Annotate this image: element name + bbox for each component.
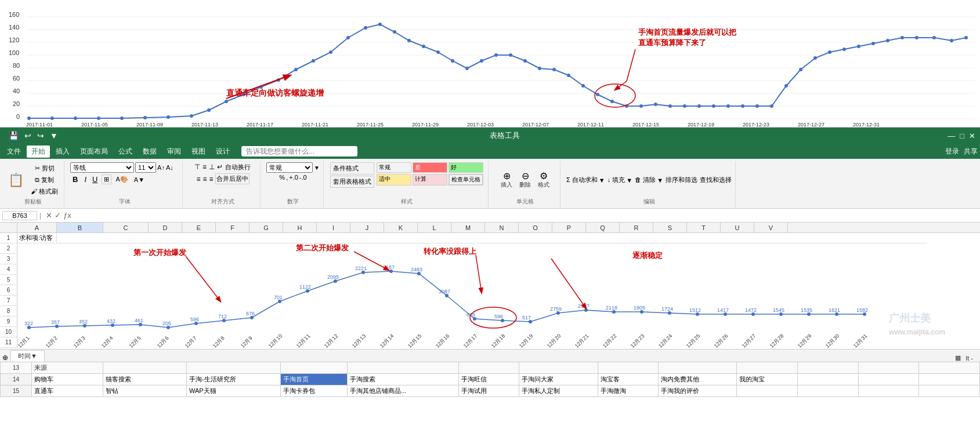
menu-formulas[interactable]: 公式 [114,145,137,158]
col-s[interactable]: S [653,223,687,232]
menu-review[interactable]: 审阅 [162,145,186,158]
border-btn[interactable]: ⊞ [102,174,111,184]
wrap-text-btn[interactable]: 自动换行 [225,162,251,172]
cell-14-2[interactable]: 猫客搜索 [103,374,186,385]
cell-15-4[interactable]: 手淘卡券包 [280,385,347,397]
cell-14-6[interactable]: 手淘旺信 [458,374,519,385]
style-calc[interactable]: 计算 [413,174,447,185]
cell-source-label[interactable]: 来源 [32,362,103,374]
insert-function-icon[interactable]: ƒx [63,211,71,220]
filter-icon[interactable]: ▦ [955,354,961,362]
col-p[interactable]: P [552,223,586,232]
col-m[interactable]: M [451,223,485,232]
insert-btn[interactable]: ⊕ 插入 [498,170,515,190]
cancel-formula-icon[interactable]: ✕ [46,211,52,220]
align-middle-btn[interactable]: ≡ [202,162,207,172]
restore-btn[interactable]: □ [960,132,964,140]
col-a[interactable]: A [17,223,57,232]
format-btn[interactable]: ⚙ 格式 [536,170,552,190]
font-color-btn[interactable]: A▼ [132,176,146,184]
cell-15-7[interactable]: 手淘私人定制 [519,385,598,397]
save-icon[interactable]: 💾 [7,130,20,141]
tell-me-input[interactable] [241,146,357,157]
close-btn[interactable]: ✕ [969,132,975,140]
menu-insert[interactable]: 插入 [51,145,74,158]
cell-14-4[interactable]: 手淘首页 [280,374,347,385]
delete-btn[interactable]: ⊖ 删除 [517,170,533,190]
fill-btn[interactable]: ↓ 填充▼ [607,176,632,184]
align-top-btn[interactable]: ⊤ [194,162,201,172]
cell-14-8[interactable]: 淘宝客 [598,374,659,385]
merge-center-btn[interactable]: 合并后居中 [215,173,249,184]
col-u[interactable]: U [721,223,754,232]
percent-btn[interactable]: % [279,174,285,181]
confirm-formula-icon[interactable]: ✓ [55,211,61,220]
menu-file[interactable]: 文件 [2,145,26,158]
cell-14-7[interactable]: 手淘问大家 [519,374,598,385]
col-h[interactable]: H [283,223,317,232]
decrease-decimal-btn[interactable]: -.0 [299,174,307,181]
col-c[interactable]: C [103,223,149,232]
login-btn[interactable]: 登录 [945,147,959,157]
style-neutral[interactable]: 适中 [377,174,411,185]
number-format-dropdown-icon[interactable]: ▼ [314,165,320,171]
font-decrease-btn[interactable]: A↓ [166,164,173,171]
col-n[interactable]: N [485,223,519,232]
col-j[interactable]: J [350,223,384,232]
col-v[interactable]: V [754,223,788,232]
comma-btn[interactable]: , [286,174,288,181]
format-as-table-btn[interactable]: 套用表格格式 [330,176,374,188]
align-center-btn[interactable]: ≡ [202,174,208,184]
align-left-btn[interactable]: ≡ [196,174,201,184]
cell-14-9[interactable]: 淘内免费其他 [659,374,737,385]
share-btn[interactable]: 共享 [964,147,978,157]
col-q[interactable]: Q [586,223,620,232]
col-f[interactable]: F [216,223,249,232]
cell-reference-input[interactable] [2,211,37,220]
add-sheet-btn[interactable]: ⊕ [2,354,8,362]
style-check-cell[interactable]: 检查单元格 [449,174,483,185]
format-painter-btn[interactable]: 🖌 格式刷 [28,186,60,197]
underline-btn[interactable]: U [91,174,99,184]
cell-15-2[interactable]: 智钻 [103,385,186,397]
menu-data[interactable]: 数据 [138,145,161,158]
cell-14-3[interactable]: 手淘-生活研究所 [187,374,281,385]
menu-view[interactable]: 视图 [187,145,210,158]
cell-14-1[interactable]: 购物车 [32,374,103,385]
undo-icon[interactable]: ↩ [23,130,33,141]
cell-15-8[interactable]: 手淘微淘 [598,385,659,397]
style-bad[interactable]: 差 [413,162,447,173]
cell-15-5[interactable]: 手淘其他店铺商品... [348,385,459,397]
cell-a1[interactable]: 求和项:访客数 [17,233,57,243]
col-r[interactable]: R [620,223,653,232]
autosum-btn[interactable]: Σ 自动求和▼ [566,176,605,184]
formula-input[interactable] [74,212,978,220]
sheet-tab-time[interactable]: 时间▼ [10,350,45,362]
cell-14-10[interactable]: 我的淘宝 [737,374,798,385]
number-format-select[interactable]: 常规 [266,162,313,173]
bold-btn[interactable]: B [70,174,80,185]
font-size-select[interactable]: 11 [135,162,156,173]
menu-home[interactable]: 开始 [27,145,50,158]
window-controls[interactable]: — □ ✕ [948,132,975,140]
align-bottom-btn[interactable]: ⊥ [208,162,215,172]
find-select-btn[interactable]: 查找和选择 [700,176,732,184]
paste-btn[interactable]: 📋 [6,172,26,189]
increase-decimal-btn[interactable]: +.0 [289,174,298,181]
col-l[interactable]: L [418,223,451,232]
minimize-btn[interactable]: — [948,132,955,140]
cell-15-3[interactable]: WAP天猫 [187,385,281,397]
cell-14-5[interactable]: 手淘搜索 [348,374,459,385]
col-k[interactable]: K [384,223,418,232]
cut-btn[interactable]: ✂ 剪切 [28,163,60,174]
align-right-btn[interactable]: ≡ [209,174,214,184]
style-normal[interactable]: 常规 [377,162,411,173]
conditional-format-btn[interactable]: 条件格式 [330,162,374,174]
col-d[interactable]: D [149,223,182,232]
col-i[interactable]: I [317,223,350,232]
italic-btn[interactable]: I [82,174,88,184]
fill-color-btn[interactable]: A🎨 [114,175,129,184]
menu-page-layout[interactable]: 页面布局 [75,145,113,158]
quick-access-toolbar[interactable]: 💾 ↩ ↪ ▼ [5,130,62,141]
style-good[interactable]: 好 [449,162,483,173]
